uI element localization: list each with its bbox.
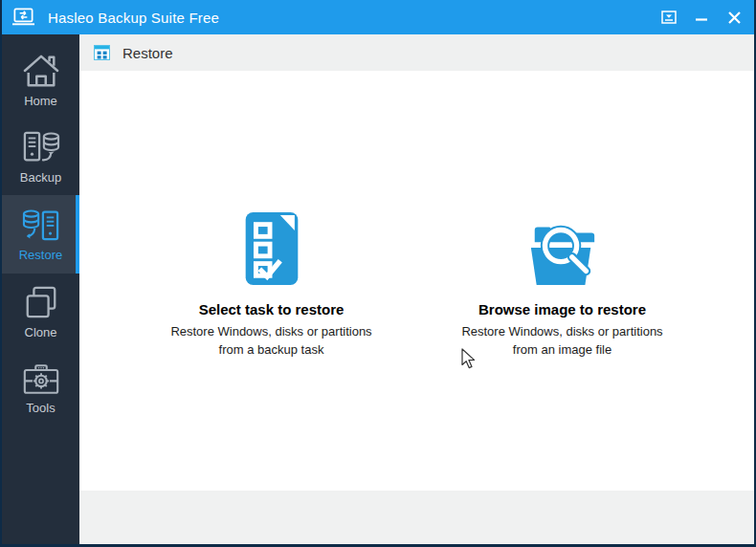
minimize-to-tray-button[interactable] [653,0,685,34]
restore-icon [21,207,61,243]
folder-search-icon [525,210,600,287]
sidebar-item-label: Clone [25,325,57,339]
clone-icon [23,284,59,320]
sidebar-item-label: Backup [20,170,61,185]
option-description: Restore Windows, disks or partitions fro… [128,323,415,360]
close-icon [728,11,741,24]
sidebar-item-home[interactable]: Home [2,42,79,119]
app-window: Hasleo Backup Suite Free [0,0,756,547]
tray-icon [661,11,677,24]
sidebar-item-backup[interactable]: Backup [2,119,79,195]
sidebar: Home Backup [2,34,79,544]
browse-image-to-restore-option[interactable]: Browse image to restore Restore Windows,… [419,203,706,360]
footer-bar [79,491,754,544]
sidebar-item-label: Tools [26,401,55,415]
backup-icon [21,129,61,165]
task-document-icon [241,210,302,287]
page-title: Restore [122,45,173,61]
option-description: Restore Windows, disks or partitions fro… [419,323,706,360]
page-header: Restore [79,34,754,71]
close-button[interactable] [718,0,750,34]
sidebar-item-restore[interactable]: Restore [2,195,79,274]
sidebar-item-label: Restore [19,248,63,262]
sidebar-item-tools[interactable]: Tools [2,350,79,427]
select-task-to-restore-option[interactable]: Select task to restore Restore Windows, … [128,203,415,360]
grid-panel-icon [94,45,110,60]
titlebar[interactable]: Hasleo Backup Suite Free [2,0,754,34]
content-area: Restore [79,34,754,544]
minimize-button[interactable] [685,0,718,34]
window-title: Hasleo Backup Suite Free [48,10,219,26]
tools-icon [21,362,61,396]
sidebar-item-clone[interactable]: Clone [2,274,79,350]
minimize-icon [696,11,707,23]
option-title: Browse image to restore [419,301,706,317]
main-panel: Select task to restore Restore Windows, … [79,71,754,491]
app-logo-icon [11,7,35,28]
option-title: Select task to restore [128,301,415,317]
home-icon [21,53,61,89]
sidebar-item-label: Home [24,94,57,108]
